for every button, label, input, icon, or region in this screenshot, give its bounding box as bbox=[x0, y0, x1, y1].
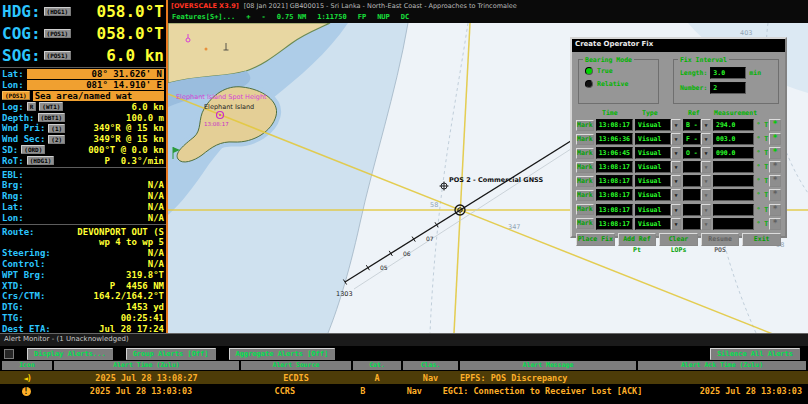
chevron-down-icon[interactable]: ▼ bbox=[701, 175, 711, 187]
zoom-in-button[interactable]: + bbox=[246, 13, 250, 21]
exit-button[interactable]: Exit bbox=[742, 233, 781, 246]
add-ref-pt-button[interactable]: Add Ref Pt bbox=[618, 233, 657, 246]
presentation-mode[interactable]: FP bbox=[358, 13, 366, 21]
dialog-titlebar[interactable]: Create Operator Fix bbox=[572, 39, 785, 52]
lop-time-field[interactable]: 13:06:45 bbox=[596, 147, 633, 159]
gear-icon[interactable]: * bbox=[769, 133, 781, 145]
chevron-down-icon[interactable]: ▼ bbox=[671, 175, 681, 187]
chevron-down-icon[interactable]: ▼ bbox=[671, 147, 681, 159]
lop-type-select[interactable]: Visual▼ bbox=[635, 204, 681, 216]
route-name: DEVONPORT OUT (S bbox=[77, 227, 164, 237]
chevron-down-icon[interactable]: ▼ bbox=[671, 189, 681, 201]
lop-ref-select[interactable]: ▼ bbox=[683, 204, 711, 216]
mark-button[interactable]: Mark bbox=[576, 120, 594, 131]
lop-ref-select[interactable]: ▼ bbox=[683, 218, 711, 230]
lop-time-field[interactable]: 13:08:17 bbox=[596, 175, 633, 187]
alerts-filter-checkbox[interactable] bbox=[4, 349, 14, 359]
ownship-label: POS 2 - Commercial GNSS bbox=[449, 176, 543, 184]
chevron-down-icon[interactable]: ▼ bbox=[701, 161, 711, 173]
chevron-down-icon[interactable]: ▼ bbox=[701, 133, 711, 145]
lop-time-field[interactable]: 13:08:17 bbox=[596, 161, 633, 173]
silence-all-alerts-button[interactable]: Silence All Alerts bbox=[710, 348, 800, 360]
gear-icon[interactable]: * bbox=[769, 119, 781, 131]
lop-type-select[interactable]: Visual▼ bbox=[635, 119, 681, 131]
lop-type-select[interactable]: Visual▼ bbox=[635, 147, 681, 159]
zoom-out-button[interactable]: - bbox=[261, 13, 265, 21]
alert-row-2[interactable]: ! 2025 Jul 28 13:03:03 CCRS B Nav EGC1: … bbox=[0, 384, 808, 397]
lop-measurement-field[interactable] bbox=[713, 175, 754, 187]
radio-unselected-icon[interactable] bbox=[585, 80, 593, 88]
lop-ref-select[interactable]: ▼ bbox=[683, 175, 711, 187]
place-fix-button[interactable]: Place Fix bbox=[576, 233, 615, 246]
chevron-down-icon[interactable]: ▼ bbox=[671, 204, 681, 216]
lop-time-field[interactable]: 13:08:17 bbox=[596, 189, 633, 201]
gear-icon[interactable]: * bbox=[769, 147, 781, 159]
chevron-down-icon[interactable]: ▼ bbox=[701, 189, 711, 201]
number-field[interactable]: 2 bbox=[710, 82, 746, 94]
lop-ref-select[interactable]: ▼ bbox=[683, 189, 711, 201]
lop-type-select[interactable]: Visual▼ bbox=[635, 133, 681, 145]
lop-measurement-field[interactable] bbox=[713, 161, 754, 173]
ebl-brg-value: N/A bbox=[148, 180, 164, 190]
north-up-mode[interactable]: NUP bbox=[377, 13, 390, 21]
lop-measurement-field[interactable]: 294.0 bbox=[713, 119, 754, 131]
chevron-down-icon[interactable]: ▼ bbox=[701, 119, 711, 131]
lop-time-field[interactable]: 13:08:17 bbox=[596, 218, 633, 230]
chevron-down-icon[interactable]: ▼ bbox=[671, 133, 681, 145]
display-category[interactable]: DC bbox=[401, 13, 409, 21]
lop-measurement-field[interactable]: 090.0 bbox=[713, 147, 754, 159]
chevron-down-icon[interactable]: ▼ bbox=[671, 161, 681, 173]
mark-button[interactable]: Mark bbox=[576, 190, 594, 201]
route-leg-row: wp 4 to wp 5 bbox=[0, 237, 166, 248]
gear-icon[interactable]: * bbox=[769, 161, 781, 173]
gear-icon[interactable]: * bbox=[769, 175, 781, 187]
chevron-down-icon[interactable]: ▼ bbox=[701, 147, 711, 159]
bearing-mode-relative-option[interactable]: Relative bbox=[585, 80, 652, 88]
lop-time-field[interactable]: 13:06:36 bbox=[596, 133, 633, 145]
lop-measurement-field[interactable]: 003.0 bbox=[713, 133, 754, 145]
lop-ref-select[interactable]: O -▼ bbox=[683, 147, 711, 159]
chevron-down-icon[interactable]: ▼ bbox=[701, 204, 711, 216]
chevron-down-icon[interactable]: ▼ bbox=[671, 119, 681, 131]
lop-time-field[interactable]: 13:08:17 bbox=[596, 204, 633, 216]
chart-title: [08 Jan 2021] GB400015 - Sri Lanka - Nor… bbox=[244, 2, 517, 10]
length-field[interactable]: 3.0 bbox=[710, 67, 746, 79]
lop-type-select[interactable]: Visual▼ bbox=[635, 189, 681, 201]
gear-icon[interactable]: * bbox=[769, 204, 781, 216]
mark-button[interactable]: Mark bbox=[576, 218, 594, 229]
alert-row-1[interactable]: ◄) 2025 Jul 28 13:08:27 ECDIS A Nav EPFS… bbox=[0, 371, 808, 384]
lop-type-select[interactable]: Visual▼ bbox=[635, 161, 681, 173]
log-source-tag: (WT1) bbox=[39, 102, 63, 111]
lop-type-select[interactable]: Visual▼ bbox=[635, 218, 681, 230]
lop-time-field[interactable]: 13:08:17 bbox=[596, 119, 633, 131]
lop-ref-select[interactable]: F -▼ bbox=[683, 133, 711, 145]
gear-icon[interactable]: * bbox=[769, 218, 781, 230]
chevron-down-icon[interactable]: ▼ bbox=[671, 218, 681, 230]
lop-type-select[interactable]: Visual▼ bbox=[635, 175, 681, 187]
lop-measurement-field[interactable] bbox=[713, 189, 754, 201]
display-alerts-button[interactable]: Display Alerts... bbox=[27, 348, 113, 360]
bearing-mode-true-option[interactable]: True bbox=[585, 67, 652, 75]
lop-measurement-field[interactable] bbox=[713, 218, 754, 230]
group-alerts-button[interactable]: Group Alerts [Off] bbox=[126, 348, 216, 360]
wind-primary-label: Wnd Pri: bbox=[2, 123, 45, 133]
mark-button[interactable]: Mark bbox=[576, 148, 594, 159]
mark-button[interactable]: Mark bbox=[576, 176, 594, 187]
column-ack-time: Alert Ack Time (Zulu) bbox=[638, 361, 806, 370]
features-menu[interactable]: Features[S+]... bbox=[172, 13, 235, 21]
dtg-label: DTG: bbox=[2, 302, 24, 312]
gear-icon[interactable]: * bbox=[769, 189, 781, 201]
spot-height-label: Elephant Island Spot Height bbox=[176, 93, 267, 101]
mark-button[interactable]: Mark bbox=[576, 162, 594, 173]
aggregate-alerts-button[interactable]: Aggregate Alerts [Off] bbox=[229, 348, 336, 360]
ebl-rng-value: N/A bbox=[148, 191, 164, 201]
conning-panel: HDG: (HDG1) 058.0°T COG: (POS1) 058.0°T … bbox=[0, 0, 168, 333]
lop-ref-select[interactable]: B -▼ bbox=[683, 119, 711, 131]
mark-button[interactable]: Mark bbox=[576, 204, 594, 215]
clear-lops-button[interactable]: Clear LOPs bbox=[659, 233, 698, 246]
mark-button[interactable]: Mark bbox=[576, 134, 594, 145]
radio-selected-icon[interactable] bbox=[585, 67, 593, 75]
lop-ref-select[interactable]: ▼ bbox=[683, 161, 711, 173]
lop-measurement-field[interactable] bbox=[713, 204, 754, 216]
chevron-down-icon[interactable]: ▼ bbox=[701, 218, 711, 230]
